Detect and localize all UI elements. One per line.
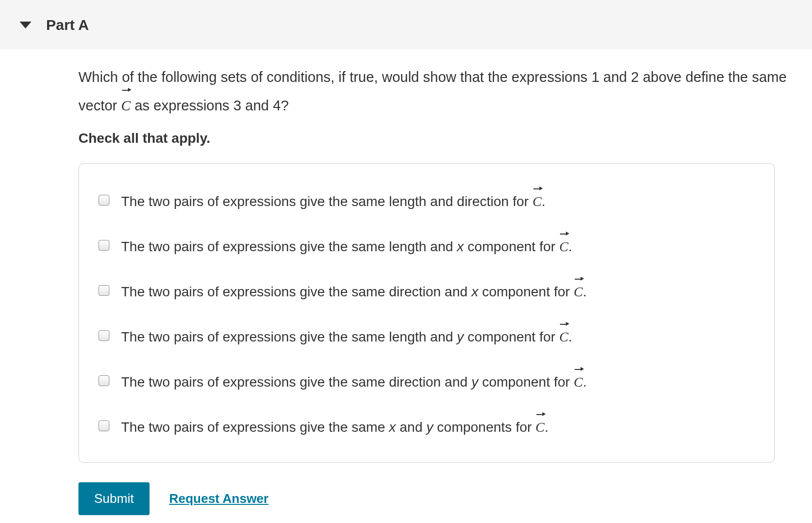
option-label: The two pairs of expressions give the sa…	[121, 279, 586, 302]
vector-c-symbol: C	[574, 369, 583, 392]
question-prompt: Which of the following sets of condition…	[78, 64, 804, 118]
request-answer-link[interactable]: Request Answer	[169, 489, 269, 508]
option-checkbox[interactable]	[99, 330, 109, 341]
option-row: The two pairs of expressions give the sa…	[99, 414, 755, 438]
option-label: The two pairs of expressions give the sa…	[121, 188, 545, 212]
part-title: Part A	[46, 14, 89, 36]
option-row: The two pairs of expressions give the sa…	[99, 234, 755, 257]
option-row: The two pairs of expressions give the sa…	[99, 324, 755, 347]
vector-c-symbol: C	[574, 279, 583, 302]
question-text-after: as expressions 3 and 4?	[130, 98, 288, 113]
vector-c-symbol: C	[121, 90, 130, 118]
option-row: The two pairs of expressions give the sa…	[99, 188, 755, 212]
option-checkbox[interactable]	[99, 195, 109, 206]
actions-row: Submit Request Answer	[78, 482, 804, 515]
option-checkbox[interactable]	[99, 240, 109, 251]
option-label: The two pairs of expressions give the sa…	[121, 369, 586, 392]
vector-c-symbol: C	[559, 324, 568, 347]
option-checkbox[interactable]	[99, 375, 109, 386]
option-row: The two pairs of expressions give the sa…	[99, 369, 755, 392]
caret-down-icon	[20, 22, 31, 28]
part-header[interactable]: Part A	[0, 0, 812, 50]
vector-c-symbol: C	[533, 188, 542, 212]
instruction-text: Check all that apply.	[78, 128, 804, 149]
submit-button[interactable]: Submit	[78, 482, 150, 515]
option-checkbox[interactable]	[99, 420, 109, 431]
vector-c-symbol: C	[559, 234, 568, 257]
question-content: Which of the following sets of condition…	[0, 64, 804, 523]
option-label: The two pairs of expressions give the sa…	[121, 234, 572, 257]
option-label: The two pairs of expressions give the sa…	[121, 414, 549, 438]
vector-c-symbol: C	[535, 414, 545, 438]
option-row: The two pairs of expressions give the sa…	[99, 279, 755, 302]
option-label: The two pairs of expressions give the sa…	[121, 324, 572, 347]
option-checkbox[interactable]	[99, 285, 109, 296]
options-container: The two pairs of expressions give the sa…	[78, 163, 775, 463]
